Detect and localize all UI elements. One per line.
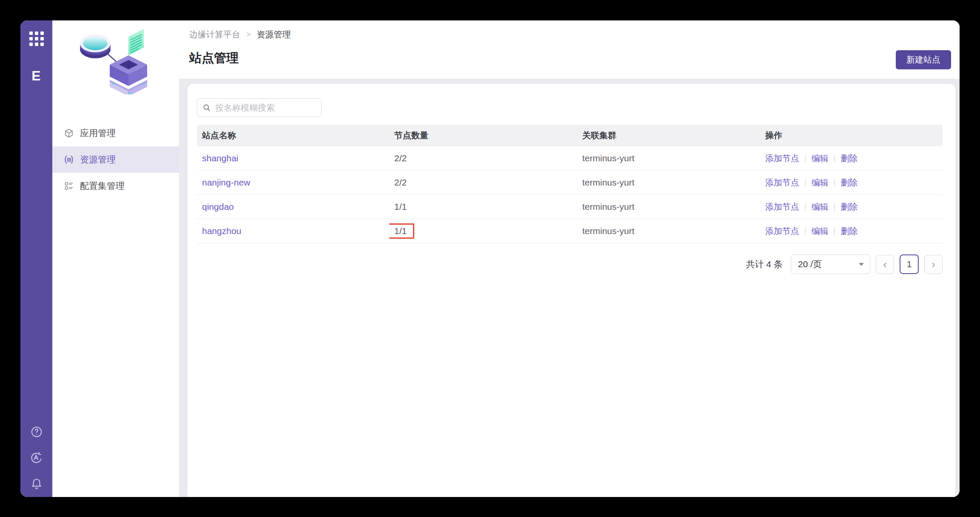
table-header-row: 站点名称 节点数量 关联集群 操作 xyxy=(197,125,943,146)
table-row: shanghai 2/2 terminus-yurt 添加节点 | 编辑 | 删… xyxy=(197,146,943,171)
cluster-name: terminus-yurt xyxy=(582,202,635,211)
edit-link[interactable]: 编辑 xyxy=(812,177,829,189)
add-node-link[interactable]: 添加节点 xyxy=(765,226,799,237)
delete-link[interactable]: 删除 xyxy=(840,201,858,213)
config-list-icon xyxy=(63,180,74,191)
site-table-card: 站点名称 节点数量 关联集群 操作 shanghai 2/2 terminus-… xyxy=(188,84,955,497)
sidebar-item-resource-management[interactable]: 资源管理 xyxy=(52,146,179,173)
column-header-site-name: 站点名称 xyxy=(197,130,389,141)
node-count-value: 2/2 xyxy=(394,177,407,188)
help-icon[interactable] xyxy=(30,425,43,438)
search-box xyxy=(197,98,322,117)
table-row: qingdao 1/1 terminus-yurt 添加节点 | 编辑 | 删除 xyxy=(197,195,943,219)
page-size-select[interactable]: 20 /页 xyxy=(791,254,870,274)
column-header-actions: 操作 xyxy=(760,130,943,141)
cluster-name: terminus-yurt xyxy=(582,177,635,187)
chevron-down-icon xyxy=(859,263,864,266)
column-header-cluster: 关联集群 xyxy=(577,130,760,141)
content-area: 站点名称 节点数量 关联集群 操作 shanghai 2/2 terminus-… xyxy=(179,79,960,497)
search-input[interactable] xyxy=(215,103,316,113)
edit-link[interactable]: 编辑 xyxy=(812,226,829,237)
sidebar-item-configset-management[interactable]: 配置集管理 xyxy=(52,173,179,199)
edit-link[interactable]: 编辑 xyxy=(812,153,829,164)
sidebar: 应用管理 资源管理 xyxy=(52,20,179,497)
prev-page-button[interactable]: ‹ xyxy=(876,255,894,274)
sidebar-item-label: 配置集管理 xyxy=(80,180,125,192)
add-node-link[interactable]: 添加节点 xyxy=(765,153,799,164)
action-separator: | xyxy=(804,154,806,163)
table-row: hangzhou 1/1 terminus-yurt 添加节点 | 编辑 | 删… xyxy=(197,219,943,243)
sidebar-item-label: 应用管理 xyxy=(80,127,116,139)
breadcrumb-separator: > xyxy=(246,30,251,39)
notification-bell-icon[interactable] xyxy=(30,477,43,490)
site-table: 站点名称 节点数量 关联集群 操作 shanghai 2/2 terminus-… xyxy=(197,125,943,243)
app-launcher-icon[interactable] xyxy=(29,31,44,46)
site-name-link[interactable]: shanghai xyxy=(202,153,238,163)
brand-logo: E xyxy=(31,68,41,84)
pagination: 共计 4 条 20 /页 ‹ 1 › xyxy=(197,254,943,274)
new-site-button[interactable]: 新建站点 xyxy=(896,50,951,69)
delete-link[interactable]: 删除 xyxy=(840,177,858,189)
table-row: nanjing-new 2/2 terminus-yurt 添加节点 | 编辑 … xyxy=(197,171,943,195)
delete-link[interactable]: 删除 xyxy=(840,226,858,237)
action-separator: | xyxy=(804,227,806,236)
site-name-link[interactable]: hangzhou xyxy=(202,226,241,236)
site-name-link[interactable]: qingdao xyxy=(202,202,234,211)
sidebar-menu: 应用管理 资源管理 xyxy=(52,120,179,199)
page-title: 站点管理 xyxy=(189,50,951,67)
page-header: 边缘计算平台 > 资源管理 站点管理 新建站点 xyxy=(179,20,960,79)
search-icon xyxy=(202,103,211,112)
breadcrumb: 边缘计算平台 > 资源管理 xyxy=(189,29,951,40)
add-node-link[interactable]: 添加节点 xyxy=(765,177,799,189)
breadcrumb-root[interactable]: 边缘计算平台 xyxy=(189,29,240,40)
current-page-button[interactable]: 1 xyxy=(900,254,919,274)
action-separator: | xyxy=(834,154,836,163)
delete-link[interactable]: 删除 xyxy=(840,153,858,164)
edit-link[interactable]: 编辑 xyxy=(812,201,829,213)
node-count-value: 2/2 xyxy=(394,153,407,163)
action-separator: | xyxy=(834,178,836,187)
node-count-value: 1/1 xyxy=(394,202,407,212)
next-page-button[interactable]: › xyxy=(924,255,943,274)
column-header-node-count: 节点数量 xyxy=(389,130,577,141)
sidebar-item-label: 资源管理 xyxy=(80,154,116,166)
translate-icon[interactable] xyxy=(30,451,43,464)
cluster-name: terminus-yurt xyxy=(582,226,635,236)
action-separator: | xyxy=(834,203,836,211)
action-separator: | xyxy=(834,227,836,236)
sidebar-item-app-management[interactable]: 应用管理 xyxy=(52,120,179,146)
resource-grid-icon xyxy=(63,154,74,165)
table-body: shanghai 2/2 terminus-yurt 添加节点 | 编辑 | 删… xyxy=(197,146,943,243)
breadcrumb-current: 资源管理 xyxy=(257,29,291,40)
site-name-link[interactable]: nanjing-new xyxy=(202,177,250,187)
cube-icon xyxy=(63,128,74,139)
app-window: E xyxy=(20,20,960,497)
action-separator: | xyxy=(804,178,806,187)
page-size-value: 20 /页 xyxy=(798,258,822,270)
main-area: 边缘计算平台 > 资源管理 站点管理 新建站点 站点名称 节点数量 xyxy=(179,20,960,497)
cluster-name: terminus-yurt xyxy=(582,153,635,163)
left-rail: E xyxy=(20,20,52,497)
action-separator: | xyxy=(804,203,806,211)
node-count-value-annotated: 1/1 xyxy=(389,223,414,239)
sidebar-illustration xyxy=(69,27,162,94)
add-node-link[interactable]: 添加节点 xyxy=(765,201,799,213)
total-count-label: 共计 4 条 xyxy=(746,258,783,270)
